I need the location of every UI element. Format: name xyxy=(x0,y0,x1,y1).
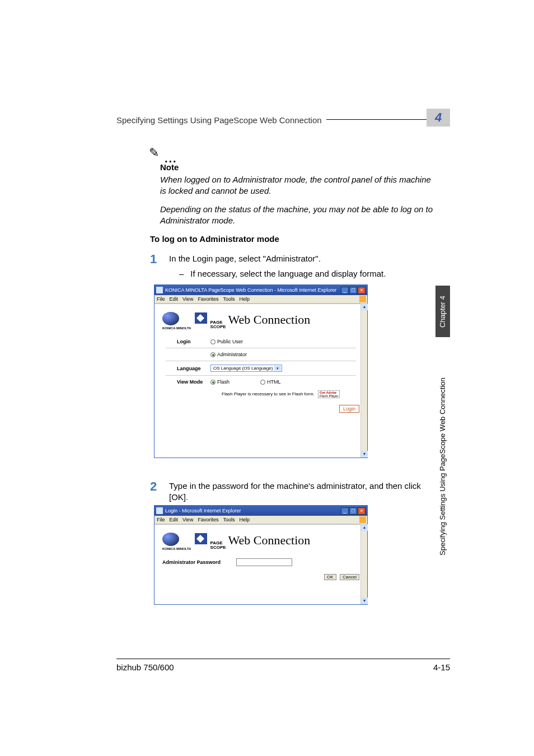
maximize-button[interactable]: □ xyxy=(349,287,357,294)
html-radio[interactable] xyxy=(260,380,265,385)
pagescope-text: PAGESCOPE xyxy=(210,320,226,329)
window-title: KONICA MINOLTA PageScope Web Connection … xyxy=(165,287,336,293)
step-1-sub-text: If necessary, select the language and di… xyxy=(190,269,386,278)
konica-minolta-logo-icon xyxy=(162,533,179,546)
pagescope-logo-icon xyxy=(195,533,207,544)
menu-bar-2: File Edit View Favorites Tools Help xyxy=(154,516,367,524)
menu-tools[interactable]: Tools xyxy=(223,517,235,522)
pagescope-text: PAGESCOPE xyxy=(210,541,226,550)
menu-favorites[interactable]: Favorites xyxy=(198,296,218,302)
step-2-text: Type in the password for the machine's a… xyxy=(169,480,433,503)
scroll-down-icon[interactable]: ▾ xyxy=(361,598,368,604)
language-value: OS Language (OS Language) xyxy=(213,366,273,371)
step-1-text: In the Login page, select "Administrator… xyxy=(169,253,433,265)
scrollbar[interactable]: ▴ ▾ xyxy=(360,524,367,604)
chapter-tab-label: Chapter 4 xyxy=(439,295,447,327)
konica-minolta-brand: KONICA MINOLTA xyxy=(162,326,191,330)
menu-view[interactable]: View xyxy=(182,517,193,522)
ok-button[interactable]: OK xyxy=(324,574,336,580)
get-flash-player-badge[interactable]: Get AdobeFlash Player xyxy=(318,390,340,398)
note-paragraph-2: Depending on the status of the machine, … xyxy=(160,204,433,226)
footer-model: bizhub 750/600 xyxy=(116,662,174,672)
close-button[interactable]: × xyxy=(358,507,366,515)
konica-minolta-logo-icon xyxy=(162,312,179,325)
dash-bullet: – xyxy=(179,269,184,278)
konica-minolta-brand: KONICA MINOLTA xyxy=(162,547,191,550)
minimize-button[interactable]: _ xyxy=(341,507,349,515)
menu-favorites[interactable]: Favorites xyxy=(198,517,218,522)
public-user-radio[interactable] xyxy=(210,339,216,344)
menu-file[interactable]: File xyxy=(157,517,165,522)
menu-tools[interactable]: Tools xyxy=(223,296,235,302)
menu-file[interactable]: File xyxy=(157,296,165,302)
window-titlebar: KONICA MINOLTA PageScope Web Connection … xyxy=(154,285,367,295)
scroll-up-icon[interactable]: ▴ xyxy=(361,524,368,531)
language-select[interactable]: OS Language (OS Language)▾ xyxy=(210,365,282,372)
window-title-2: Login - Microsoft Internet Explorer xyxy=(165,508,241,514)
step-1-subitem: –If necessary, select the language and d… xyxy=(179,269,386,278)
footer-page-number: 4-15 xyxy=(433,662,450,672)
note-icon: ✎ xyxy=(149,146,159,160)
minimize-button[interactable]: _ xyxy=(341,287,349,294)
ie-throbber-icon xyxy=(359,296,366,302)
administrator-radio[interactable] xyxy=(210,352,216,357)
login-label: Login xyxy=(166,339,210,344)
public-user-label: Public User xyxy=(217,339,243,344)
language-label: Language xyxy=(166,366,210,371)
admin-password-screenshot: Login - Microsoft Internet Explorer _ □ … xyxy=(154,505,368,605)
ie-throbber-icon xyxy=(359,516,366,523)
administrator-label: Administrator xyxy=(217,352,247,357)
chapter-number: 4 xyxy=(435,110,442,125)
menu-edit[interactable]: Edit xyxy=(170,296,179,302)
ie-icon xyxy=(156,507,163,514)
menu-bar: File Edit View Favorites Tools Help xyxy=(154,295,367,304)
section-heading: To log on to Administrator mode xyxy=(150,234,279,244)
login-button[interactable]: Login xyxy=(339,405,359,413)
step-1-number: 1 xyxy=(150,253,169,265)
scroll-down-icon[interactable]: ▾ xyxy=(361,451,368,458)
dropdown-arrow-icon: ▾ xyxy=(274,366,281,371)
ie-icon xyxy=(156,287,163,293)
maximize-button[interactable]: □ xyxy=(349,507,357,515)
flash-label: Flash xyxy=(217,379,229,385)
chapter-tab: Chapter 4 xyxy=(435,286,450,337)
close-button[interactable]: × xyxy=(358,287,366,294)
admin-password-input[interactable] xyxy=(236,558,292,566)
login-page-screenshot: KONICA MINOLTA PageScope Web Connection … xyxy=(154,284,368,458)
menu-edit[interactable]: Edit xyxy=(170,517,179,522)
cancel-button[interactable]: Cancel xyxy=(340,574,359,580)
web-connection-text: Web Connection xyxy=(228,533,311,548)
scroll-up-icon[interactable]: ▴ xyxy=(361,304,368,310)
side-running-title: Specifying Settings Using PageScope Web … xyxy=(435,340,450,592)
html-label: HTML xyxy=(267,379,281,385)
menu-view[interactable]: View xyxy=(182,296,193,302)
note-dots: ... xyxy=(165,152,177,165)
view-mode-label: View Mode xyxy=(166,379,210,385)
window-titlebar-2: Login - Microsoft Internet Explorer _ □ … xyxy=(154,506,367,516)
note-paragraph-1: When logged on to Administrator mode, th… xyxy=(160,174,433,196)
menu-help[interactable]: Help xyxy=(239,517,250,522)
scrollbar[interactable]: ▴ ▾ xyxy=(360,304,367,458)
note-title: Note xyxy=(160,162,433,172)
step-2-number: 2 xyxy=(150,480,169,503)
web-connection-text: Web Connection xyxy=(228,312,311,327)
pagescope-logo-icon xyxy=(195,312,207,324)
running-header: Specifying Settings Using PageScope Web … xyxy=(116,115,322,125)
flash-radio[interactable] xyxy=(210,380,216,385)
chapter-number-box: 4 xyxy=(427,109,450,127)
menu-help[interactable]: Help xyxy=(239,296,250,302)
admin-password-label: Administrator Password xyxy=(162,559,221,565)
flash-player-note: Flash Player is necessary to see in Flas… xyxy=(166,390,356,398)
